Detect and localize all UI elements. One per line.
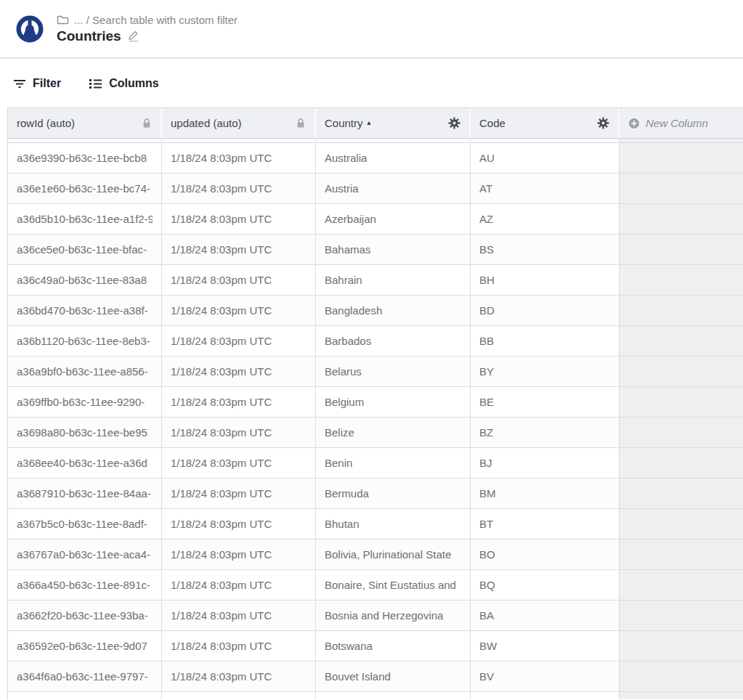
filter-button[interactable]: Filter [13,77,61,90]
cell-new-column[interactable] [620,326,743,356]
cell-code[interactable]: BO [471,540,620,569]
cell-updated[interactable]: 1/18/24 8:03pm UTC [162,296,316,325]
cell-rowid[interactable]: a36bd470-b63c-11ee-a38f- [8,296,162,325]
cell-updated[interactable]: 1/18/24 8:03pm UTC [162,326,316,356]
cell-updated[interactable]: 1/18/24 8:03pm UTC [162,509,316,539]
cell-updated[interactable]: 1/18/24 8:03pm UTC [162,265,316,295]
cell-updated[interactable]: 1/18/24 8:03pm UTC [162,631,316,661]
cell-code[interactable]: BT [471,509,620,539]
cell-updated[interactable]: 1/18/24 8:03pm UTC [162,662,316,691]
columns-button[interactable]: Columns [89,77,158,90]
cell-rowid[interactable]: a36ce5e0-b63c-11ee-bfac- [8,235,162,264]
cell-code[interactable]: BW [471,631,620,661]
cell-country[interactable]: Belize [316,418,471,447]
cell-rowid[interactable]: a36d5b10-b63c-11ee-a1f2-9 [8,204,162,234]
cell-updated[interactable]: 1/18/24 8:03pm UTC [162,357,316,386]
cell-code[interactable]: BZ [471,418,620,447]
cell-country[interactable]: Benin [316,448,471,478]
cell-rowid[interactable]: a367b5c0-b63c-11ee-8adf- [8,509,162,539]
cell-updated[interactable]: 1/18/24 8:03pm UTC [162,204,316,234]
cell-new-column[interactable] [620,204,743,234]
cell-rowid[interactable]: a3662f20-b63c-11ee-93ba- [8,601,162,630]
cell-rowid[interactable]: a366a450-b63c-11ee-891c- [8,570,162,600]
cell-new-column[interactable] [620,448,743,478]
cell-country[interactable]: Belgium [316,387,471,417]
new-column-button[interactable]: New Column [620,108,743,138]
cell-country[interactable]: Belarus [316,357,471,386]
gear-icon[interactable] [597,117,609,129]
cell-new-column[interactable] [620,296,743,325]
cell-country[interactable]: Botswana [316,631,471,661]
cell-rowid[interactable]: a36767a0-b63c-11ee-aca4- [8,540,162,569]
cell-updated[interactable]: 1/18/24 8:03pm UTC [162,143,316,173]
breadcrumb-path[interactable]: ... / Search table with custom filter [74,14,237,26]
cell-country[interactable]: Bosnia and Herzegovina [316,601,471,630]
cell-code[interactable]: AU [471,143,620,173]
cell-rowid[interactable]: a368ee40-b63c-11ee-a36d [8,448,162,478]
cell-new-column[interactable] [620,387,743,417]
cell-new-column[interactable] [620,662,743,691]
column-header-country[interactable]: Country▲ [316,108,471,138]
cell-new-column[interactable] [620,570,743,600]
cell-code[interactable]: BJ [471,448,620,478]
cell-country[interactable]: Azerbaijan [316,204,471,234]
cell-rowid[interactable]: a369ffb0-b63c-11ee-9290- [8,387,162,417]
cell-code[interactable]: BB [471,326,620,356]
cell-new-column[interactable] [620,265,743,295]
pencil-icon[interactable] [127,30,140,45]
cell-new-column[interactable] [620,235,743,264]
cell-country[interactable]: Barbados [316,326,471,356]
cell-new-column[interactable] [620,601,743,630]
cell-new-column[interactable] [620,479,743,508]
cell-rowid[interactable]: a36592e0-b63c-11ee-9d07 [8,631,162,661]
cell-rowid[interactable]: a36a9bf0-b63c-11ee-a856- [8,357,162,386]
cell-new-column[interactable] [620,174,743,203]
cell-updated[interactable]: 1/18/24 8:03pm UTC [162,448,316,478]
cell-rowid[interactable]: a3698a80-b63c-11ee-be95 [8,418,162,447]
cell-updated[interactable]: 1/18/24 8:03pm UTC [162,570,316,600]
cell-country[interactable]: Bolivia, Plurinational State [316,540,471,569]
cell-updated[interactable]: 1/18/24 8:03pm UTC [162,601,316,630]
anvil-logo[interactable] [16,15,44,43]
cell-rowid[interactable]: a36e9390-b63c-11ee-bcb8 [8,143,162,173]
cell-country[interactable]: Bermuda [316,479,471,508]
column-header-rowid[interactable]: rowId (auto) [8,108,162,138]
cell-code[interactable]: BE [471,387,620,417]
cell-rowid[interactable]: a36b1120-b63c-11ee-8eb3- [8,326,162,356]
cell-updated[interactable]: 1/18/24 8:03pm UTC [162,174,316,203]
gear-icon[interactable] [448,117,460,129]
cell-country[interactable]: Bouvet Island [316,662,471,691]
cell-rowid[interactable]: a36c49a0-b63c-11ee-83a8 [8,265,162,295]
cell-rowid[interactable]: a364f6a0-b63c-11ee-9797- [8,662,162,691]
cell-country[interactable]: Austria [316,174,471,203]
cell-new-column[interactable] [620,509,743,539]
cell-updated[interactable]: 1/18/24 8:03pm UTC [162,235,316,264]
breadcrumb[interactable]: ... / Search table with custom filter [57,14,237,26]
cell-country[interactable]: Bonaire, Sint Eustatius and [316,570,471,600]
cell-code[interactable]: BV [471,662,620,691]
cell-code[interactable]: BM [471,479,620,508]
cell-code[interactable]: AT [471,174,620,203]
cell-code[interactable]: BS [471,235,620,264]
cell-new-column[interactable] [620,357,743,386]
cell-code[interactable]: BD [471,296,620,325]
cell-country[interactable]: Bahrain [316,265,471,295]
cell-code[interactable]: AZ [471,204,620,234]
cell-new-column[interactable] [620,418,743,447]
column-header-code[interactable]: Code [471,108,620,138]
cell-code[interactable]: BA [471,601,620,630]
cell-updated[interactable]: 1/18/24 8:03pm UTC [162,540,316,569]
cell-rowid[interactable]: a3687910-b63c-11ee-84aa- [8,479,162,508]
cell-updated[interactable]: 1/18/24 8:03pm UTC [162,418,316,447]
cell-country[interactable]: Bahamas [316,235,471,264]
cell-code[interactable]: BQ [471,570,620,600]
cell-country[interactable]: Bangladesh [316,296,471,325]
cell-new-column[interactable] [620,143,743,173]
cell-country[interactable]: Bhutan [316,509,471,539]
column-header-updated[interactable]: updated (auto) [162,108,316,138]
cell-updated[interactable]: 1/18/24 8:03pm UTC [162,479,316,508]
cell-code[interactable]: BY [471,357,620,386]
cell-country[interactable]: Australia [316,143,471,173]
cell-new-column[interactable] [620,540,743,569]
cell-new-column[interactable] [620,631,743,661]
